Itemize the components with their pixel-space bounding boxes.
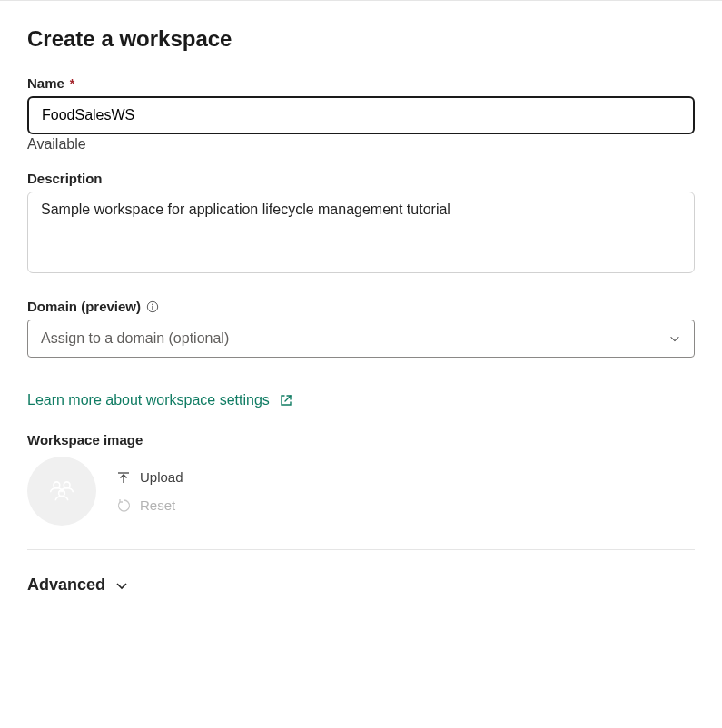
- advanced-toggle[interactable]: Advanced: [27, 576, 129, 595]
- name-label: Name *: [27, 75, 695, 91]
- reset-label: Reset: [140, 497, 175, 513]
- chevron-down-icon: [114, 578, 129, 593]
- chevron-down-icon: [668, 332, 681, 345]
- svg-point-4: [64, 482, 70, 488]
- description-label: Description: [27, 171, 695, 186]
- description-label-text: Description: [27, 171, 103, 186]
- name-input[interactable]: [27, 96, 695, 134]
- workspace-image-label: Workspace image: [27, 432, 695, 448]
- upload-label: Upload: [140, 469, 183, 485]
- learn-more-text: Learn more about workspace settings: [27, 392, 270, 408]
- svg-point-1: [152, 303, 153, 305]
- domain-label: Domain (preview): [27, 299, 695, 314]
- workspace-image-label-text: Workspace image: [27, 432, 143, 448]
- domain-placeholder: Assign to a domain (optional): [41, 330, 229, 347]
- advanced-label: Advanced: [27, 576, 105, 595]
- info-icon: [146, 300, 159, 313]
- people-icon: [45, 475, 78, 507]
- upload-icon: [116, 470, 131, 485]
- domain-label-text: Domain (preview): [27, 299, 141, 314]
- external-link-icon: [279, 393, 293, 408]
- svg-point-3: [54, 482, 60, 488]
- reset-icon: [116, 498, 131, 513]
- svg-rect-2: [152, 305, 153, 309]
- name-status: Available: [27, 136, 695, 152]
- workspace-avatar: [27, 457, 96, 526]
- name-label-text: Name: [27, 75, 64, 91]
- required-asterisk: *: [70, 76, 74, 91]
- divider: [27, 549, 695, 550]
- learn-more-link[interactable]: Learn more about workspace settings: [27, 392, 293, 408]
- domain-dropdown[interactable]: Assign to a domain (optional): [27, 320, 695, 358]
- upload-button[interactable]: Upload: [116, 469, 183, 485]
- description-input[interactable]: Sample workspace for application lifecyc…: [27, 192, 695, 273]
- reset-button: Reset: [116, 497, 183, 513]
- page-title: Create a workspace: [27, 26, 695, 52]
